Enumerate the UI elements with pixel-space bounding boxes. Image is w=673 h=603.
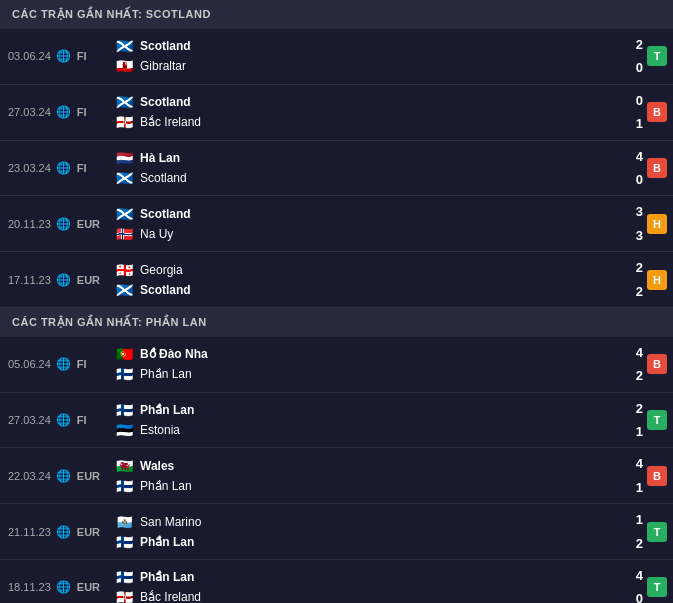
match-meta: 18.11.23🌐EUR (0, 560, 110, 603)
result-badge: T (647, 577, 667, 597)
score-value: 0 (623, 587, 643, 603)
team-name: Bắc Ireland (140, 115, 201, 129)
score-value: 1 (623, 508, 643, 531)
result-badge: H (647, 214, 667, 234)
teams-section: 🇸🇲San Marino🇫🇮Phần Lan (110, 504, 617, 559)
match-row[interactable]: 18.11.23🌐EUR🇫🇮Phần Lan🏴󠁧󠁢󠁮󠁩󠁲󠁿Bắc Ireland… (0, 560, 673, 603)
teams-section: 🇫🇮Phần Lan🇪🇪Estonia (110, 393, 617, 448)
team-row: 🇬🇮Gibraltar (110, 56, 617, 76)
score-value: 4 (623, 341, 643, 364)
competition-label: EUR (77, 526, 100, 538)
scores-column: 33 (623, 200, 643, 247)
match-row[interactable]: 27.03.24🌐FI🇫🇮Phần Lan🇪🇪Estonia21T (0, 393, 673, 449)
team-name: Hà Lan (140, 151, 180, 165)
match-row[interactable]: 21.11.23🌐EUR🇸🇲San Marino🇫🇮Phần Lan12T (0, 504, 673, 560)
team-name: Phần Lan (140, 403, 194, 417)
match-date: 18.11.23 (8, 581, 51, 593)
competition-label: FI (77, 50, 87, 62)
score-value: 0 (623, 168, 643, 191)
match-date: 21.11.23 (8, 526, 51, 538)
match-row[interactable]: 27.03.24🌐FI🏴󠁧󠁢󠁳󠁣󠁴󠁿Scotland🏴󠁧󠁢󠁮󠁩󠁲󠁿Bắc Ire… (0, 85, 673, 141)
team-row: 🇳🇱Hà Lan (110, 148, 617, 168)
team-flag: 🏴󠁧󠁢󠁷󠁬󠁳󠁿 (114, 459, 134, 473)
team-row: 🇫🇮Phần Lan (110, 364, 617, 384)
team-row: 🏴󠁧󠁢󠁳󠁣󠁴󠁿Scotland (110, 280, 617, 300)
team-row: 🇫🇮Phần Lan (110, 400, 617, 420)
scores-column: 20 (623, 33, 643, 80)
team-row: 🇸🇲San Marino (110, 512, 617, 532)
match-result: 21T (617, 393, 673, 448)
match-date: 05.06.24 (8, 358, 51, 370)
match-meta: 23.03.24🌐FI (0, 141, 110, 196)
competition-label: EUR (77, 470, 100, 482)
match-result: 33H (617, 196, 673, 251)
score-value: 4 (623, 564, 643, 587)
competition-icon: 🌐 (55, 47, 73, 65)
team-name: Bồ Đào Nha (140, 347, 208, 361)
team-name: Na Uy (140, 227, 173, 241)
team-name: Scotland (140, 207, 191, 221)
team-flag: 🏴󠁧󠁢󠁳󠁣󠁴󠁿 (114, 39, 134, 53)
team-row: 🇫🇮Phần Lan (110, 476, 617, 496)
team-row: 🏴󠁧󠁢󠁷󠁬󠁳󠁿Wales (110, 456, 617, 476)
match-result: 22H (617, 252, 673, 307)
team-flag: 🏴󠁧󠁢󠁳󠁣󠁴󠁿 (114, 171, 134, 185)
team-flag: 🇵🇹 (114, 347, 134, 361)
team-row: 🇫🇮Phần Lan (110, 567, 617, 587)
result-badge: T (647, 522, 667, 542)
match-result: 20T (617, 29, 673, 84)
match-meta: 03.06.24🌐FI (0, 29, 110, 84)
team-row: 🏴󠁧󠁢󠁳󠁣󠁴󠁿Scotland (110, 168, 617, 188)
competition-label: FI (77, 414, 87, 426)
team-flag: 🏴󠁧󠁢󠁮󠁩󠁲󠁿 (114, 115, 134, 129)
competition-icon: 🌐 (55, 215, 73, 233)
team-flag: 🇫🇮 (114, 479, 134, 493)
teams-section: 🇵🇹Bồ Đào Nha🇫🇮Phần Lan (110, 337, 617, 392)
team-flag: 🇫🇮 (114, 403, 134, 417)
scores-column: 42 (623, 341, 643, 388)
team-flag: 🏴󠁧󠁢󠁳󠁣󠁴󠁿 (114, 283, 134, 297)
match-row[interactable]: 23.03.24🌐FI🇳🇱Hà Lan🏴󠁧󠁢󠁳󠁣󠁴󠁿Scotland40B (0, 141, 673, 197)
team-row: 🏴󠁧󠁢󠁳󠁣󠁴󠁿Scotland (110, 92, 617, 112)
score-value: 3 (623, 224, 643, 247)
team-name: Scotland (140, 39, 191, 53)
score-value: 2 (623, 280, 643, 303)
team-name: Estonia (140, 423, 180, 437)
competition-label: FI (77, 358, 87, 370)
score-value: 1 (623, 112, 643, 135)
match-date: 27.03.24 (8, 106, 51, 118)
score-value: 2 (623, 33, 643, 56)
competition-icon: 🌐 (55, 159, 73, 177)
competition-icon: 🌐 (55, 578, 73, 596)
match-date: 17.11.23 (8, 274, 51, 286)
competition-label: EUR (77, 274, 100, 286)
team-name: Bắc Ireland (140, 590, 201, 603)
score-value: 2 (623, 532, 643, 555)
match-date: 03.06.24 (8, 50, 51, 62)
competition-label: EUR (77, 218, 100, 230)
team-flag: 🇳🇴 (114, 227, 134, 241)
match-row[interactable]: 05.06.24🌐FI🇵🇹Bồ Đào Nha🇫🇮Phần Lan42B (0, 337, 673, 393)
competition-icon: 🌐 (55, 355, 73, 373)
team-row: 🏴󠁧󠁢󠁮󠁩󠁲󠁿Bắc Ireland (110, 112, 617, 132)
match-meta: 20.11.23🌐EUR (0, 196, 110, 251)
team-flag: 🇳🇱 (114, 151, 134, 165)
section-header-0: CÁC TRẬN GẦN NHẤT: SCOTLAND (0, 0, 673, 29)
match-row[interactable]: 03.06.24🌐FI🏴󠁧󠁢󠁳󠁣󠁴󠁿Scotland🇬🇮Gibraltar20T (0, 29, 673, 85)
team-row: 🏴󠁧󠁢󠁳󠁣󠁴󠁿Scotland (110, 36, 617, 56)
match-row[interactable]: 22.03.24🌐EUR🏴󠁧󠁢󠁷󠁬󠁳󠁿Wales🇫🇮Phần Lan41B (0, 448, 673, 504)
score-value: 2 (623, 364, 643, 387)
competition-icon: 🌐 (55, 467, 73, 485)
scores-column: 21 (623, 397, 643, 444)
score-value: 3 (623, 200, 643, 223)
match-row[interactable]: 17.11.23🌐EUR🇬🇪Georgia🏴󠁧󠁢󠁳󠁣󠁴󠁿Scotland22H (0, 252, 673, 308)
match-result: 42B (617, 337, 673, 392)
match-row[interactable]: 20.11.23🌐EUR🏴󠁧󠁢󠁳󠁣󠁴󠁿Scotland🇳🇴Na Uy33H (0, 196, 673, 252)
competition-icon: 🌐 (55, 271, 73, 289)
team-flag: 🏴󠁧󠁢󠁳󠁣󠁴󠁿 (114, 95, 134, 109)
team-name: Scotland (140, 283, 191, 297)
match-result: 01B (617, 85, 673, 140)
match-result: 40T (617, 560, 673, 603)
score-value: 2 (623, 256, 643, 279)
team-name: Gibraltar (140, 59, 186, 73)
